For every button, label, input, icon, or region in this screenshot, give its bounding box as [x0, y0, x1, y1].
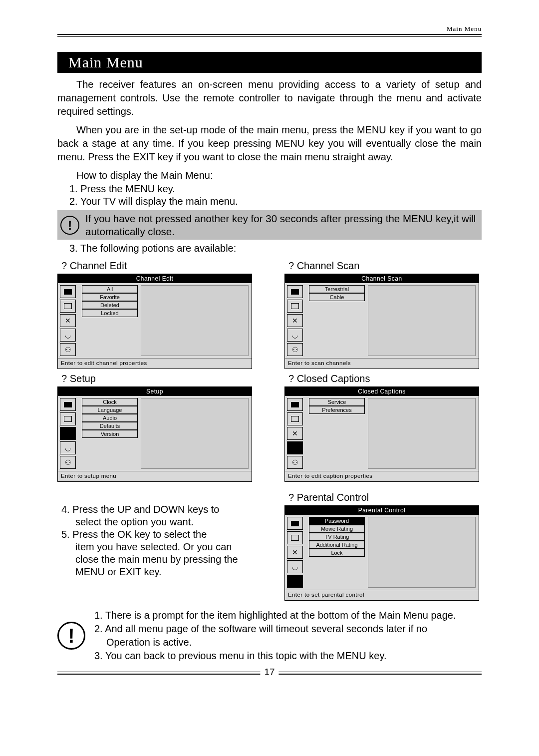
menu-icon-strip: ✕ ◡ ⚇ — [58, 283, 82, 358]
opt: Clock — [82, 398, 138, 406]
step-5-line-4: MENU or EXIT key. — [75, 566, 255, 578]
lock-icon: ⚇ — [287, 343, 303, 356]
menu-title: Parental Control — [285, 506, 479, 515]
lock-icon: ⚇ — [287, 456, 303, 469]
lock-icon: ⚇ — [60, 456, 76, 469]
note-2: 2. And all menu page of the software wil… — [94, 622, 456, 636]
col-parental-control: ? Parental Control Parental Control ✕ ◡ … — [284, 489, 482, 601]
screenshot-channel-edit: Channel Edit ✕ ◡ ⚇ All Favorite Deleted … — [57, 274, 252, 369]
menu-row-2: ? Setup Setup ◡ ⚇ Clock Language Audio — [57, 370, 482, 482]
note-3: 3. You can back to previous menu in this… — [94, 649, 456, 663]
tv-icon — [60, 285, 76, 298]
menu-body: ✕ ◡ ⚇ Terrestrial Cable — [285, 283, 479, 359]
step-4-line-1: 4. Press the UP and DOWN keys to — [61, 504, 255, 515]
paragraph-intro-2: When you are in the set-up mode of the m… — [57, 123, 482, 164]
label-parental-control: ? Parental Control — [288, 492, 482, 503]
lock-icon: ⚇ — [60, 343, 76, 356]
lower-row: 4. Press the UP and DOWN keys to select … — [57, 489, 482, 601]
col-channel-edit: ? Channel Edit Channel Edit ✕ ◡ ⚇ All Fa… — [57, 257, 255, 369]
tools-icon: ✕ — [287, 314, 303, 327]
opt: Defaults — [82, 422, 138, 430]
footer-rule-wrap: 17 — [57, 672, 482, 675]
opt: Service — [309, 398, 365, 406]
label-channel-scan: ? Channel Scan — [288, 260, 482, 272]
menu-icon-strip: ✕ ◡ — [285, 515, 309, 590]
screenshot-channel-scan: Channel Scan ✕ ◡ ⚇ Terrestrial Cable — [284, 274, 479, 369]
opt: Preferences — [309, 406, 365, 414]
menu-footer: Enter to setup menu — [58, 471, 252, 481]
col-closed-captions: ? Closed Captions Closed Captions ✕ ⚇ Se… — [284, 370, 482, 482]
menu-preview — [368, 285, 476, 356]
scan-icon — [287, 531, 303, 544]
tv-icon — [60, 398, 76, 411]
opt: Movie Rating — [309, 525, 365, 533]
menu-body: ✕ ◡ Password Movie Rating TV Rating Addi… — [285, 515, 479, 590]
note-2b: Operation is active. — [106, 636, 456, 649]
screenshot-parental-control: Parental Control ✕ ◡ Password Movie Rati… — [284, 505, 479, 601]
col-channel-scan: ? Channel Scan Channel Scan ✕ ◡ ⚇ Terres… — [284, 257, 482, 369]
tv-icon — [287, 285, 303, 298]
caption-icon: ◡ — [60, 329, 76, 342]
step-3: 3. The following potions are available: — [69, 243, 482, 254]
screenshot-closed-captions: Closed Captions ✕ ⚇ Service Preferences — [284, 386, 479, 482]
tools-icon: ✕ — [287, 546, 303, 559]
callout-text: If you have not pressed another key for … — [85, 212, 479, 238]
step-4-line-2: select the option you want. — [75, 516, 255, 528]
menu-title: Channel Scan — [285, 274, 479, 283]
menu-icon-strip: ✕ ⚇ — [285, 396, 309, 471]
opt: Cable — [309, 293, 365, 301]
scan-icon — [287, 412, 303, 425]
lock-icon — [287, 575, 303, 588]
opt-selected: Password — [309, 517, 365, 525]
menu-body: ◡ ⚇ Clock Language Audio Defaults Versio… — [58, 396, 252, 471]
opt: Favorite — [82, 293, 138, 301]
notes-text: 1. There is a prompt for the item highli… — [94, 609, 456, 663]
page-number: 17 — [260, 667, 278, 678]
col-setup: ? Setup Setup ◡ ⚇ Clock Language Audio — [57, 370, 255, 482]
warning-icon: ! — [57, 622, 85, 650]
tv-icon — [287, 398, 303, 411]
tools-icon — [60, 427, 76, 440]
paragraph-intro-1: The receiver features an on-screen menu … — [57, 78, 482, 118]
menu-icon-strip: ✕ ◡ ⚇ — [285, 283, 309, 358]
menu-title: Setup — [58, 387, 252, 396]
page: Main Menu Main Menu The receiver feature… — [0, 0, 539, 756]
tools-icon: ✕ — [287, 427, 303, 440]
scan-icon — [60, 412, 76, 425]
steps-4-5: 4. Press the UP and DOWN keys to select … — [57, 489, 255, 579]
how-to-heading: How to display the Main Menu: — [57, 169, 482, 182]
menu-footer: Enter to edit caption properties — [285, 471, 479, 481]
opt: Audio — [82, 414, 138, 422]
menu-options: Service Preferences — [309, 396, 365, 471]
caption-icon: ◡ — [287, 560, 303, 573]
opt: All — [82, 285, 138, 293]
step-5-line-2: item you have selected. Or you can — [75, 541, 255, 553]
opt: Version — [82, 430, 138, 438]
step-5-line-3: close the main menu by pressing the — [75, 554, 255, 565]
menu-preview — [368, 517, 476, 588]
menu-footer: Enter to edit channel properties — [58, 359, 252, 369]
page-title: Main Menu — [57, 52, 482, 73]
menu-preview — [141, 285, 249, 356]
opt: TV Rating — [309, 533, 365, 541]
opt: Locked — [82, 309, 138, 317]
notes-callout: ! 1. There is a prompt for the item high… — [57, 609, 482, 663]
label-closed-captions: ? Closed Captions — [288, 373, 482, 384]
menu-options: All Favorite Deleted Locked — [82, 283, 138, 358]
step-5-line-1: 5. Press the OK key to select the — [61, 529, 255, 540]
scan-icon — [60, 300, 76, 313]
opt: Language — [82, 406, 138, 414]
opt: Deleted — [82, 301, 138, 309]
opt: Terrestrial — [309, 285, 365, 293]
warning-icon: ! — [60, 216, 79, 235]
screenshot-setup: Setup ◡ ⚇ Clock Language Audio Defaults — [57, 386, 252, 482]
tools-icon: ✕ — [60, 314, 76, 327]
opt: Additional Rating — [309, 541, 365, 549]
opt: Lock — [309, 549, 365, 557]
callout-timeout: ! If you have not pressed another key fo… — [57, 210, 482, 240]
menu-icon-strip: ◡ ⚇ — [58, 396, 82, 471]
caption-icon: ◡ — [60, 441, 76, 454]
tv-icon — [287, 517, 303, 530]
menu-options: Terrestrial Cable — [309, 283, 365, 358]
caption-icon — [287, 441, 303, 454]
